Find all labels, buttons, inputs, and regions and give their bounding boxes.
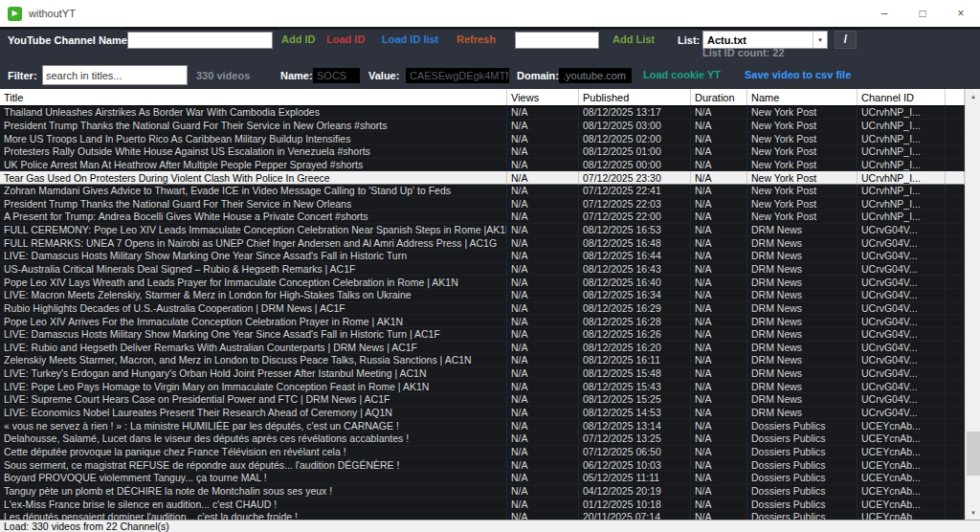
cell-title: President Trump Thanks the National Guar… (0, 197, 507, 211)
cell-channel_id: UCrvhNP_I... (858, 120, 946, 133)
table-row[interactable]: US-Australia Critical Minerals Deal Sign… (0, 263, 965, 277)
table-row[interactable]: Pope Leo XIV Lays Wreath and Leads Praye… (0, 276, 965, 289)
table-row[interactable]: Pope Leo XIV Arrives For the Immaculate … (0, 315, 965, 328)
column-header-published[interactable]: Published (579, 89, 691, 105)
cell-name: Dossiers Publics (747, 511, 858, 520)
cell-published: 07/12/2025 22:41 (579, 185, 691, 198)
add-id-button[interactable]: Add ID (281, 33, 315, 45)
table-row[interactable]: Delahousse, Salamé, Lucet dans le viseur… (0, 432, 965, 446)
add-list-input[interactable] (515, 32, 599, 49)
cell-title: FULL REMARKS: UNEA 7 Opens in Nairobi as… (0, 236, 507, 250)
column-header-channel_id[interactable]: Channel ID (858, 89, 946, 105)
vertical-scrollbar[interactable]: ▲ ▼ (965, 89, 980, 520)
cookie-name-field[interactable]: SOCS (313, 68, 360, 83)
add-list-button[interactable]: Add List (612, 33, 655, 45)
cell-published: 08/12/2025 16:48 (579, 236, 691, 250)
load-id-list-button[interactable]: Load ID list (382, 33, 438, 45)
cell-title: Cette députée provoque la panique chez F… (0, 446, 507, 459)
video-table-body: Thailand Unleashes Airstrikes As Border … (0, 106, 965, 520)
cell-channel_id: UCrvG04V... (858, 342, 946, 355)
refresh-button[interactable]: Refresh (457, 33, 496, 45)
column-header-name[interactable]: Name (747, 89, 858, 105)
cell-duration: N/A (691, 485, 747, 499)
cell-title: Boyard PROVOQUE violemment Tanguy... ça … (0, 472, 507, 485)
column-header-filler[interactable] (946, 89, 965, 105)
save-csv-button[interactable]: Save video to csv file (745, 69, 851, 80)
table-row[interactable]: Rubio Highlights Decades of U.S.-Austral… (0, 302, 965, 316)
cell-title: L'ex-Miss France brise le silence en aud… (0, 498, 507, 511)
table-row[interactable]: Boyard PROVOQUE violemment Tanguy... ça … (0, 472, 965, 485)
slash-button[interactable]: / (835, 31, 857, 49)
cell-channel_id: UCrvG04V... (858, 302, 946, 316)
cell-channel_id: UCrvhNP_I... (858, 171, 946, 185)
cell-channel_id: UCrvG04V... (858, 224, 946, 237)
table-row[interactable]: « vous ne servez à rien ! » : La ministr… (0, 419, 965, 432)
cell-duration: N/A (691, 236, 747, 250)
close-icon[interactable]: × (942, 0, 980, 27)
chevron-down-icon[interactable]: ▼ (813, 32, 827, 48)
cell-title: LIVE: Macron Meets Zelenskiy, Starmer & … (0, 289, 507, 302)
table-row[interactable]: FULL REMARKS: UNEA 7 Opens in Nairobi as… (0, 236, 965, 250)
cell-filler (946, 224, 965, 237)
table-row[interactable]: Zelenskiy Meets Starmer, Macron, and Mer… (0, 354, 965, 367)
search-input[interactable] (42, 65, 188, 85)
cell-channel_id: UCrvhNP_I... (858, 211, 946, 224)
table-row[interactable]: FULL CEREMONY: Pope Leo XIV Leads Immacu… (0, 224, 965, 237)
table-row[interactable]: President Trump Thanks the National Guar… (0, 120, 965, 133)
cell-channel_id: UCEYcnAb... (858, 498, 946, 511)
cookie-domain-field[interactable]: .youtube.com (559, 68, 632, 83)
cookie-value-field[interactable]: CAESEwgDEgk4MTM3OTEyC (406, 68, 509, 83)
cell-title: Tanguy pète un plomb et DÉCHIRE la note … (0, 485, 507, 499)
table-row[interactable]: Les députés pensaient dominer l'audition… (0, 511, 965, 520)
table-row[interactable]: UK Police Arrest Man At Heathrow After M… (0, 159, 965, 172)
cell-filler (946, 302, 965, 316)
table-row[interactable]: L'ex-Miss France brise le silence en aud… (0, 498, 965, 511)
channel-name-input[interactable] (127, 32, 273, 49)
cell-title: Les députés pensaient dominer l'audition… (0, 511, 507, 520)
cell-channel_id: UCrvhNP_I... (858, 159, 946, 172)
table-row[interactable]: LIVE: Pope Leo Pays Homage to Virgin Mar… (0, 380, 965, 393)
cell-views: N/A (507, 224, 579, 237)
cell-filler (946, 276, 965, 289)
table-row[interactable]: Cette députée provoque la panique chez F… (0, 446, 965, 459)
cell-filler (946, 342, 965, 355)
table-row[interactable]: Thailand Unleashes Airstrikes As Border … (0, 106, 965, 120)
scrollbar-thumb[interactable] (967, 432, 980, 476)
scroll-up-icon[interactable]: ▲ (966, 89, 980, 103)
cell-filler (946, 315, 965, 328)
column-header-title[interactable]: Title (0, 89, 507, 105)
cell-duration: N/A (691, 211, 747, 224)
table-row[interactable]: LIVE: Damascus Hosts Military Show Marki… (0, 250, 965, 263)
table-row[interactable]: Sous serment, ce magistrat REFUSE de rép… (0, 458, 965, 472)
table-row[interactable]: Tear Gas Used On Protesters During Viole… (0, 171, 965, 185)
cell-channel_id: UCEYcnAb... (858, 446, 946, 459)
table-row[interactable]: A Present for Trump: Andrea Bocelli Give… (0, 211, 965, 224)
table-row[interactable]: Protesters Rally Outside White House Aga… (0, 145, 965, 159)
cell-title: Zelenskiy Meets Starmer, Macron, and Mer… (0, 354, 507, 367)
table-row[interactable]: LIVE: Supreme Court Hears Case on Presid… (0, 393, 965, 407)
cell-published: 08/12/2025 16:28 (579, 315, 691, 328)
cell-title: More US Troops Land In Puerto Rico As Ca… (0, 132, 507, 145)
cell-duration: N/A (691, 498, 747, 511)
table-row[interactable]: Zohran Mamdani Gives Advice to Thwart, E… (0, 185, 965, 198)
column-header-views[interactable]: Views (507, 89, 579, 105)
table-row[interactable]: Tanguy pète un plomb et DÉCHIRE la note … (0, 485, 965, 499)
table-row[interactable]: More US Troops Land In Puerto Rico As Ca… (0, 132, 965, 145)
cell-filler (946, 159, 965, 172)
scroll-down-icon[interactable]: ▼ (966, 505, 980, 520)
cell-channel_id: UCrvG04V... (858, 407, 946, 420)
load-cookie-button[interactable]: Load cookie YT (643, 69, 721, 80)
table-row[interactable]: LIVE: Damascus Hosts Military Show Marki… (0, 328, 965, 342)
column-header-duration[interactable]: Duration (691, 89, 747, 105)
cell-duration: N/A (691, 302, 747, 316)
table-row[interactable]: President Trump Thanks the National Guar… (0, 197, 965, 211)
minimize-icon[interactable]: – (865, 0, 903, 27)
cell-published: 08/12/2025 15:25 (579, 393, 691, 407)
table-row[interactable]: LIVE: Turkey's Erdogan and Hungary's Orb… (0, 367, 965, 381)
cell-published: 08/12/2025 16:26 (579, 328, 691, 342)
load-id-button[interactable]: Load ID (326, 33, 365, 45)
maximize-icon[interactable]: □ (903, 0, 942, 27)
table-row[interactable]: LIVE: Rubio and Hegseth Deliver Remarks … (0, 342, 965, 355)
table-row[interactable]: LIVE: Macron Meets Zelenskiy, Starmer & … (0, 289, 965, 302)
table-row[interactable]: LIVE: Economics Nobel Laureates Present … (0, 407, 965, 420)
